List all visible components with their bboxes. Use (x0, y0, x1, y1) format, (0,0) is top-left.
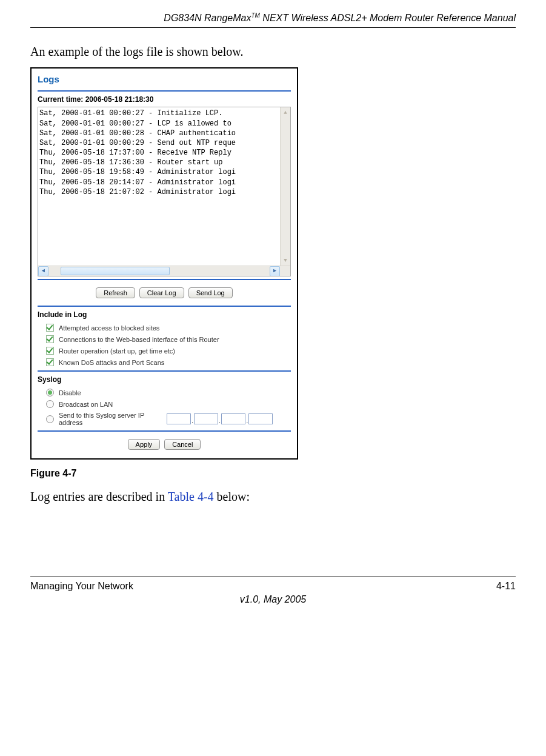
ip-address-inputs: ... (167, 413, 273, 424)
divider (38, 90, 291, 92)
ip-octet-4-input[interactable] (248, 413, 273, 424)
footer-version: v1.0, May 2005 (30, 594, 516, 605)
radio-label: Send to this Syslog server IP address (59, 412, 162, 426)
checkbox-icon[interactable] (46, 358, 54, 366)
radio-icon[interactable] (46, 389, 54, 396)
intro-paragraph: An example of the logs file is shown bel… (30, 45, 516, 59)
checkbox-label: Known DoS attacks and Port Scans (59, 359, 164, 366)
current-time-label: Current time: 2006-05-18 21:18:30 (38, 95, 291, 104)
logs-screenshot: Logs Current time: 2006-05-18 21:18:30 S… (30, 67, 298, 460)
radio-label: Disable (59, 389, 81, 396)
scroll-thumb[interactable] (61, 267, 170, 275)
radio-icon[interactable] (46, 415, 54, 423)
ip-octet-1-input[interactable] (167, 413, 191, 424)
syslog-option-broadcast[interactable]: Broadcast on LAN (38, 398, 291, 410)
horizontal-scrollbar[interactable]: ◄ ► (38, 266, 290, 276)
checkbox-icon[interactable] (46, 324, 54, 332)
scroll-corner (280, 266, 290, 276)
radio-icon[interactable] (46, 400, 54, 408)
syslog-option-send-ip[interactable]: Send to this Syslog server IP address ..… (38, 410, 291, 428)
clear-log-button[interactable]: Clear Log (139, 287, 184, 298)
table-reference-link[interactable]: Table 4-4 (168, 490, 214, 503)
include-in-log-label: Include in Log (38, 310, 291, 319)
page-header: DG834N RangeMaxTM NEXT Wireless ADSL2+ M… (30, 12, 516, 28)
apply-cancel-row: Apply Cancel (38, 435, 291, 455)
checkbox-label: Attempted access to blocked sites (59, 324, 159, 332)
closing-text-post: below: (214, 490, 250, 503)
panel-title: Logs (38, 74, 291, 84)
divider (38, 306, 291, 307)
page-footer: Managing Your Network 4-11 (30, 577, 516, 592)
cancel-button[interactable]: Cancel (164, 439, 201, 450)
scroll-track[interactable] (48, 266, 270, 276)
header-title-post: NEXT Wireless ADSL2+ Modem Router Refere… (260, 13, 516, 23)
ip-octet-2-input[interactable] (194, 413, 218, 424)
divider (38, 430, 291, 432)
figure-caption: Figure 4-7 (30, 468, 516, 479)
scroll-down-icon[interactable]: ▼ (281, 255, 290, 266)
ip-octet-3-input[interactable] (221, 413, 245, 424)
log-textarea[interactable]: Sat, 2000-01-01 00:00:27 - Initialize LC… (38, 107, 291, 276)
radio-label: Broadcast on LAN (59, 401, 113, 408)
closing-paragraph: Log entries are described in Table 4-4 b… (30, 490, 516, 504)
checkbox-icon[interactable] (46, 335, 54, 343)
checkbox-icon[interactable] (46, 347, 54, 355)
scroll-up-icon[interactable]: ▲ (281, 107, 290, 118)
syslog-label: Syslog (38, 375, 291, 384)
header-tm: TM (251, 12, 259, 19)
log-content: Sat, 2000-01-01 00:00:27 - Initialize LC… (38, 107, 290, 198)
scroll-right-icon[interactable]: ► (270, 266, 280, 276)
divider (38, 279, 291, 280)
divider (38, 370, 291, 372)
closing-text-pre: Log entries are described in (30, 490, 168, 503)
apply-button[interactable]: Apply (128, 439, 161, 450)
refresh-button[interactable]: Refresh (96, 287, 135, 298)
footer-page-number: 4-11 (496, 581, 516, 592)
header-title-pre: DG834N RangeMax (164, 13, 251, 23)
include-option-blocked-sites[interactable]: Attempted access to blocked sites (38, 322, 291, 333)
checkbox-label: Router operation (start up, get time etc… (59, 347, 175, 355)
footer-section-title: Managing Your Network (30, 581, 133, 592)
include-option-web-connections[interactable]: Connections to the Web-based interface o… (38, 333, 291, 345)
send-log-button[interactable]: Send Log (188, 287, 233, 298)
include-option-dos-attacks[interactable]: Known DoS attacks and Port Scans (38, 356, 291, 368)
checkbox-label: Connections to the Web-based interface o… (59, 336, 219, 343)
scroll-left-icon[interactable]: ◄ (38, 266, 48, 276)
syslog-option-disable[interactable]: Disable (38, 387, 291, 398)
vertical-scrollbar[interactable]: ▲ ▼ (280, 107, 290, 266)
include-option-router-operation[interactable]: Router operation (start up, get time etc… (38, 345, 291, 356)
log-buttons-row: Refresh Clear Log Send Log (38, 284, 291, 303)
